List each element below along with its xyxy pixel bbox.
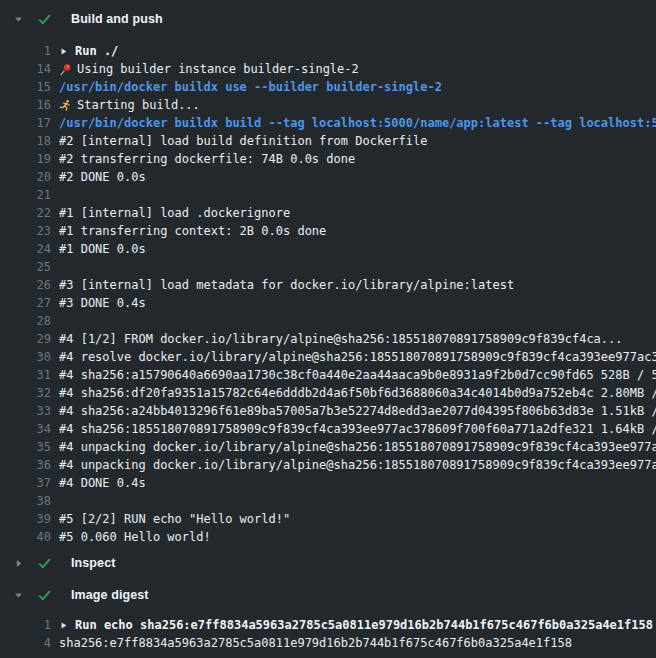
line-number[interactable]: 4 xyxy=(0,636,51,650)
log-text-label: #4 [1/2] FROM docker.io/library/alpine@s… xyxy=(59,332,623,346)
log-text: Run ./ xyxy=(59,44,118,58)
line-number[interactable]: 40 xyxy=(0,530,51,544)
line-number[interactable]: 24 xyxy=(0,242,51,256)
line-number[interactable]: 15 xyxy=(0,80,51,94)
log-text: #2 transferring dockerfile: 74B 0.0s don… xyxy=(59,152,355,166)
line-number[interactable]: 34 xyxy=(0,422,51,436)
log-body-image-digest: 1Run echo sha256:e7ff8834a5963a2785c5a08… xyxy=(0,616,656,652)
line-number[interactable]: 1 xyxy=(0,44,51,58)
section-title: Image digest xyxy=(71,588,149,602)
log-text: #1 transferring context: 2B 0.0s done xyxy=(59,224,326,238)
line-number[interactable]: 14 xyxy=(0,62,51,76)
line-number[interactable]: 23 xyxy=(0,224,51,238)
line-number[interactable]: 29 xyxy=(0,332,51,346)
log-line: 20#2 DONE 0.0s xyxy=(0,168,656,186)
log-text-label: #1 [internal] load .dockerignore xyxy=(59,206,290,220)
log-line: 15/usr/bin/docker buildx use --builder b… xyxy=(0,78,656,96)
line-number[interactable]: 32 xyxy=(0,386,51,400)
log-text-label: #4 sha256:df20fa9351a15782c64e6dddb2d4a6… xyxy=(59,386,656,400)
expand-right-icon[interactable] xyxy=(59,47,68,56)
line-number[interactable]: 19 xyxy=(0,152,51,166)
log-text-label: #1 DONE 0.0s xyxy=(59,242,146,256)
chevron-down-icon[interactable] xyxy=(13,14,24,25)
log-text-label: Starting build... xyxy=(77,98,200,112)
log-text-label: #5 0.060 Hello world! xyxy=(59,530,211,544)
section-inspect: Inspect xyxy=(0,554,656,572)
log-text: #4 DONE 0.4s xyxy=(59,476,146,490)
log-line: 30#4 resolve docker.io/library/alpine@sh… xyxy=(0,348,656,366)
line-number[interactable]: 30 xyxy=(0,350,51,364)
line-number[interactable]: 20 xyxy=(0,170,51,184)
section-title: Inspect xyxy=(71,556,115,570)
log-text: #4 unpacking docker.io/library/alpine@sh… xyxy=(59,458,656,472)
section-title: Build and push xyxy=(71,12,163,26)
log-text: #1 DONE 0.0s xyxy=(59,242,146,256)
log-line: 29#4 [1/2] FROM docker.io/library/alpine… xyxy=(0,330,656,348)
log-text: #4 unpacking docker.io/library/alpine@sh… xyxy=(59,440,656,454)
log-text-label: sha256:e7ff8834a5963a2785c5a0811e979d16b… xyxy=(59,636,572,650)
log-text: #2 [internal] load build definition from… xyxy=(59,134,427,148)
line-number[interactable]: 21 xyxy=(0,188,51,202)
expand-right-icon[interactable] xyxy=(59,621,68,630)
log-text: #3 [internal] load metadata for docker.i… xyxy=(59,278,514,292)
line-number[interactable]: 28 xyxy=(0,314,51,328)
log-text-label: #4 sha256:a15790640a6690aa1730c38cf0a440… xyxy=(59,368,656,382)
section-header-inspect[interactable]: Inspect xyxy=(0,554,656,572)
log-line: 23#1 transferring context: 2B 0.0s done xyxy=(0,222,656,240)
line-number[interactable]: 1 xyxy=(0,618,51,632)
log-line: 36#4 unpacking docker.io/library/alpine@… xyxy=(0,456,656,474)
log-text-label: #5 [2/2] RUN echo "Hello world!" xyxy=(59,512,290,526)
log-line: 4sha256:e7ff8834a5963a2785c5a0811e979d16… xyxy=(0,634,656,652)
log-text-label: Run ./ xyxy=(75,44,118,58)
log-text: #4 resolve docker.io/library/alpine@sha2… xyxy=(59,350,656,364)
section-build-and-push: Build and push1Run ./14Using builder ins… xyxy=(0,10,656,546)
line-number[interactable]: 22 xyxy=(0,206,51,220)
log-line: 31#4 sha256:a15790640a6690aa1730c38cf0a4… xyxy=(0,366,656,384)
chevron-right-icon[interactable] xyxy=(13,558,24,569)
log-line: 26#3 [internal] load metadata for docker… xyxy=(0,276,656,294)
line-number[interactable]: 38 xyxy=(0,494,51,508)
line-number[interactable]: 17 xyxy=(0,116,51,130)
log-text: #4 sha256:185518070891758909c9f839cf4ca3… xyxy=(59,422,656,436)
log-text: #5 0.060 Hello world! xyxy=(59,530,211,544)
line-number[interactable]: 26 xyxy=(0,278,51,292)
line-number[interactable]: 36 xyxy=(0,458,51,472)
log-line: 38 xyxy=(0,492,656,510)
log-text-label: #2 DONE 0.0s xyxy=(59,170,146,184)
log-text-label: #2 transferring dockerfile: 74B 0.0s don… xyxy=(59,152,355,166)
log-line: 18#2 [internal] load build definition fr… xyxy=(0,132,656,150)
line-number[interactable]: 18 xyxy=(0,134,51,148)
line-number[interactable]: 33 xyxy=(0,404,51,418)
log-text-label: /usr/bin/docker buildx use --builder bui… xyxy=(59,80,442,94)
log-text: #1 [internal] load .dockerignore xyxy=(59,206,290,220)
log-text: #4 sha256:df20fa9351a15782c64e6dddb2d4a6… xyxy=(59,386,656,400)
log-line: 16Starting build... xyxy=(0,96,656,114)
line-number[interactable]: 39 xyxy=(0,512,51,526)
log-text: /usr/bin/docker buildx use --builder bui… xyxy=(59,80,442,94)
log-text-label: #4 sha256:a24bb4013296f61e89ba57005a7b3e… xyxy=(59,404,656,418)
log-line: 1Run ./ xyxy=(0,42,656,60)
line-number[interactable]: 25 xyxy=(0,260,51,274)
log-line: 21 xyxy=(0,186,656,204)
log-text-label: #2 [internal] load build definition from… xyxy=(59,134,427,148)
log-line: 24#1 DONE 0.0s xyxy=(0,240,656,258)
log-body-build-and-push: 1Run ./14Using builder instance builder-… xyxy=(0,42,656,546)
runner-emoji xyxy=(59,99,72,112)
log-line: 17/usr/bin/docker buildx build --tag loc… xyxy=(0,114,656,132)
section-header-image-digest[interactable]: Image digest xyxy=(0,586,656,604)
log-line: 33#4 sha256:a24bb4013296f61e89ba57005a7b… xyxy=(0,402,656,420)
line-number[interactable]: 35 xyxy=(0,440,51,454)
log-line: 37#4 DONE 0.4s xyxy=(0,474,656,492)
log-text: #4 sha256:a24bb4013296f61e89ba57005a7b3e… xyxy=(59,404,656,418)
log-text: Run echo sha256:e7ff8834a5963a2785c5a081… xyxy=(59,618,653,632)
line-number[interactable]: 37 xyxy=(0,476,51,490)
log-line: 1Run echo sha256:e7ff8834a5963a2785c5a08… xyxy=(0,616,656,634)
check-icon xyxy=(37,556,52,571)
log-line: 27#3 DONE 0.4s xyxy=(0,294,656,312)
line-number[interactable]: 16 xyxy=(0,98,51,112)
chevron-down-icon[interactable] xyxy=(13,590,24,601)
line-number[interactable]: 31 xyxy=(0,368,51,382)
section-header-build-and-push[interactable]: Build and push xyxy=(0,10,656,28)
line-number[interactable]: 27 xyxy=(0,296,51,310)
log-line: 39#5 [2/2] RUN echo "Hello world!" xyxy=(0,510,656,528)
